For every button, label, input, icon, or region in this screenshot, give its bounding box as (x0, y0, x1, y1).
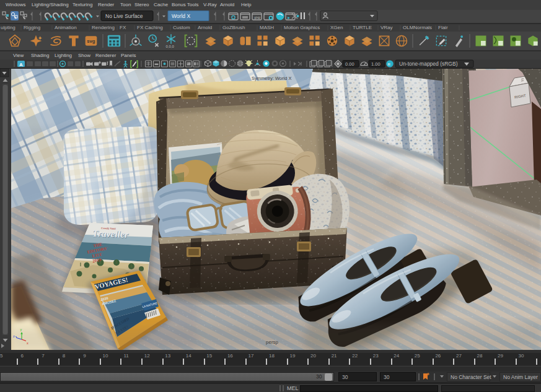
svg-text:1.00: 1.00 (371, 61, 380, 67)
svg-text:x: x (27, 341, 29, 345)
svg-text:World X: World X (172, 13, 190, 19)
svg-text:0,0,0: 0,0,0 (166, 45, 175, 48)
svg-text:R: R (388, 63, 391, 66)
svg-text:y: y (20, 328, 22, 331)
svg-text:No Live Surface: No Live Surface (105, 13, 143, 19)
svg-text:svg: svg (87, 38, 95, 44)
svg-text:A: A (19, 62, 23, 68)
svg-text:persp: persp (266, 339, 279, 345)
svg-text:z: z (13, 334, 15, 338)
svg-text:IPR: IPR (254, 16, 261, 20)
svg-text:Symmetry: World X: Symmetry: World X (252, 76, 291, 81)
svg-text:Un-tone-mapped (sRGB): Un-tone-mapped (sRGB) (399, 61, 458, 67)
svg-text:0.00: 0.00 (345, 61, 354, 67)
